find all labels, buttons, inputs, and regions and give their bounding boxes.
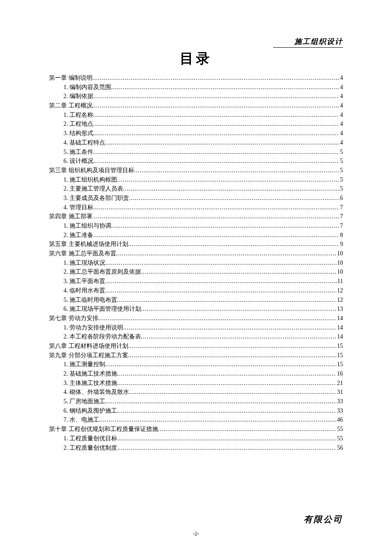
toc-entry-label: 第九章 分部分项工程施工方案 [49,351,128,360]
toc-entry-leader [105,360,336,369]
toc-entry-label: 1. 施工现场状况 [63,258,105,268]
toc-entry: 第六章 施工总平面及布置10 [49,249,343,258]
toc-entry-page: 4 [339,110,343,120]
toc-entry-page: 14 [336,332,343,341]
toc-entry-page: 5 [339,147,343,157]
toc-entry: 2. 施工总平面布置原则及依据 10 [63,267,343,277]
toc-entry-leader [98,314,337,323]
toc-entry-page: 5 [339,156,343,166]
toc-entry: 第九章 分部分项工程施工方案15 [49,351,343,360]
toc-entry-leader [105,258,336,268]
toc-entry-label: 第八章 工程材料进场使用计划 [49,341,128,351]
toc-entry-page: 33 [336,397,343,406]
toc-entry-page: 12 [336,295,343,305]
toc-entry: 第三章 组织机构及项目管理目标 5 [49,166,343,175]
toc-entry-label: 2. 本工程各阶段劳动力配备表 [63,332,141,341]
toc-entry-page: 5 [339,166,343,175]
toc-entry-label: 1. 编制内容及范围 [63,83,111,92]
toc-title: 目录 [49,49,343,68]
toc-entry-leader [117,434,336,443]
toc-entry-label: 1. 劳动力安排使用说明 [63,323,123,332]
toc-entry: 4. 砌体、外墙装饰及散水 31 [63,387,343,397]
toc-entry-leader [92,73,340,83]
toc-entry-page: 15 [336,351,343,360]
toc-entry-leader [93,129,339,138]
toc-entry: 第十章 工程创优规划和工程质量保证措施55 [49,425,343,434]
toc-entry: 2. 施工准备 8 [63,231,343,240]
toc-entry: 第二章 工程概况 4 [49,101,343,110]
toc-entry: 第七章 劳动力安排14 [49,314,343,323]
toc-entry-page: 7 [339,212,343,221]
toc-entry: 1. 编制内容及范围 4 [63,83,343,92]
toc-entry-label: 5. 施工条件 [63,147,93,157]
toc-entry-label: 第二章 工程概况 [49,101,92,110]
toc-entry-leader [105,138,339,147]
toc-entry-leader [123,184,339,194]
toc-entry-leader [99,415,336,425]
toc-entry-leader [141,332,336,341]
toc-entry-label: 第七章 劳动力安排 [49,314,98,323]
toc-entry: 5. 施工临时用电布置 12 [63,295,343,305]
toc-entry-page: 10 [336,258,343,268]
toc-entry-label: 2. 主要施工管理人员表 [63,184,123,194]
toc-entry-page: 5 [339,184,343,194]
toc-entry-leader [111,83,339,92]
toc-entry-label: 2. 基础施工技术措施 [63,369,117,379]
toc-entry-page: 6 [339,194,343,203]
toc-entry-label: 3. 结构形式 [63,129,93,138]
toc-entry-page: 7 [339,221,343,231]
toc-entry-leader [93,92,339,101]
toc-entry: 5. 施工条件 5 [63,147,343,157]
toc-entry-page: 55 [336,425,343,434]
toc-entry-label: 4. 砌体、外墙装饰及散水 [63,387,129,397]
toc-entry-label: 4. 管理目标 [63,203,93,212]
toc-entry-leader [117,369,336,379]
toc-entry-leader [141,304,336,314]
toc-entry-leader [128,351,337,360]
toc-entry-leader [93,110,339,120]
toc-entry: 6. 施工现场平面管理使用计划 13 [63,304,343,314]
toc-entry-page: 15 [336,341,343,351]
toc-entry: 2. 工程地点 4 [63,119,343,129]
toc-entry-page: 13 [336,304,343,314]
toc-entry: 1. 施工组织与协调 7 [63,221,343,231]
toc-entry-page: 4 [339,83,343,92]
toc-entry-label: 1. 工程名称 [63,110,93,120]
toc-entry: 1. 工程质量创优目标 55 [63,434,343,443]
header-doc-title: 施工组织设计 [273,37,343,48]
toc-entry-label: 第一章 编制说明 [49,73,92,83]
toc-entry: 2. 本工程各阶段劳动力配备表 14 [63,332,343,341]
toc-entry-leader [129,387,336,397]
toc-entry-leader [141,267,336,277]
toc-entry-label: 7. 水、电施工 [63,415,99,425]
toc-entry-page: 7 [339,203,343,212]
toc-entry-leader [117,406,336,416]
toc-entry: 1. 工程名称 4 [63,110,343,120]
toc-entry-page: 46 [336,415,343,425]
toc-entry-page: 5 [339,175,343,185]
toc-entry: 2. 工程质量创优制度 56 [63,443,343,453]
toc-entry: 7. 水、电施工 46 [63,415,343,425]
toc-entry: 4. 管理目标 7 [63,203,343,212]
toc-entry-leader [92,101,340,110]
toc-entry-label: 第十章 工程创优规划和工程质量保证措施 [49,425,158,434]
toc-entry-leader [158,425,337,434]
toc-entry-label: 1. 施工组织机构框图 [63,175,117,185]
toc-entry-leader [93,203,339,212]
toc-entry-page: 16 [336,369,343,379]
toc-entry: 1. 施工组织机构框图 5 [63,175,343,185]
toc-entry-page: 4 [339,73,343,83]
toc-entry: 第八章 工程材料进场使用计划15 [49,341,343,351]
toc-entry-leader [117,175,339,185]
toc-entry-label: 1. 施工测量控制 [63,360,105,369]
toc-entry-page: 14 [336,314,343,323]
toc-entry-page: 8 [339,231,343,240]
toc-entry-label: 3. 主体施工技术措施 [63,379,117,388]
toc-entry: 4. 基础工程特点 4 [63,138,343,147]
toc-entry-leader [117,443,336,453]
toc-entry-page: 15 [336,360,343,369]
toc-entry: 3. 主要成员及各部门职责 6 [63,194,343,203]
toc-entry-page: 4 [339,129,343,138]
toc-entry-label: 6. 钢结构及围护施工 [63,406,117,416]
toc-entry: 3. 施工平面布置 11 [63,277,343,286]
